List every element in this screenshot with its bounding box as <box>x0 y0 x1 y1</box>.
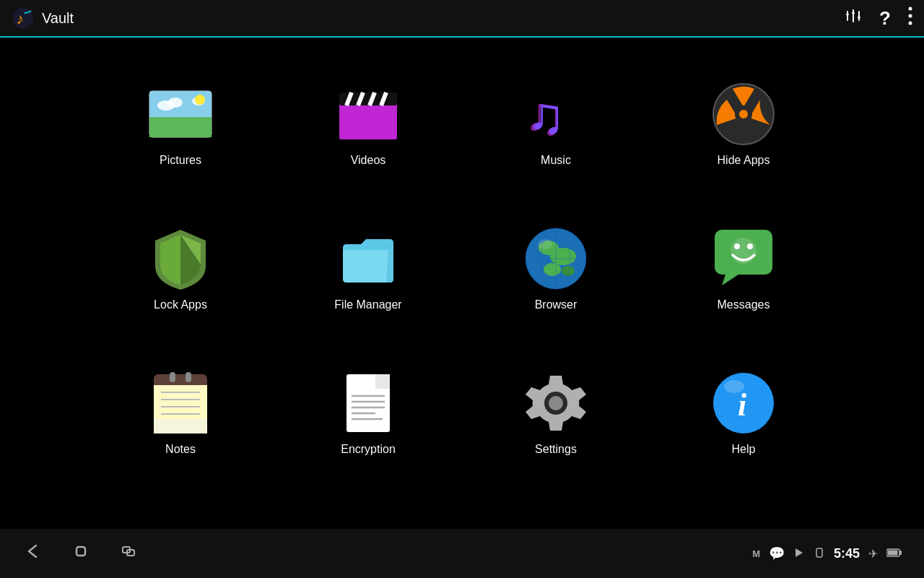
svg-rect-75 <box>899 551 902 555</box>
svg-rect-49 <box>154 419 207 434</box>
status-time: 5:45 <box>834 546 860 561</box>
svg-rect-73 <box>816 548 822 557</box>
hide-apps-label: Hide Apps <box>718 154 770 167</box>
music-icon: ♫ ♫ <box>523 82 588 147</box>
recents-nav-icon[interactable] <box>120 541 140 566</box>
app-item-pictures[interactable]: Pictures <box>148 82 213 167</box>
svg-text:♪: ♪ <box>16 10 23 27</box>
app-item-videos[interactable]: Videos <box>336 82 401 167</box>
svg-point-42 <box>538 239 552 249</box>
svg-point-17 <box>168 98 183 108</box>
notes-icon <box>148 371 213 436</box>
pictures-label: Pictures <box>160 154 201 167</box>
lock-apps-label: Lock Apps <box>154 298 207 311</box>
app-item-music[interactable]: ♫ ♫ Music <box>523 82 588 167</box>
battery-icon <box>886 548 902 560</box>
svg-point-11 <box>909 22 912 25</box>
svg-rect-57 <box>375 374 390 389</box>
status-bar: M 💬 5:45 ✈ <box>752 545 902 561</box>
app-item-file-manager[interactable]: File Manager <box>334 226 401 311</box>
svg-point-9 <box>909 7 912 11</box>
music-label: Music <box>541 154 571 167</box>
help-icon-app: i <box>711 371 776 436</box>
settings-icon <box>523 371 588 436</box>
svg-rect-14 <box>149 117 212 137</box>
play-icon <box>793 547 805 561</box>
browser-icon <box>523 226 588 291</box>
encryption-label: Encryption <box>341 443 396 456</box>
messages-label: Messages <box>718 298 770 311</box>
top-icons-group: ? <box>845 7 912 30</box>
gmail-icon: M <box>752 548 760 559</box>
svg-rect-69 <box>77 547 85 556</box>
svg-point-46 <box>747 243 753 249</box>
main-content: Pictures Videos <box>0 38 924 529</box>
svg-point-36 <box>544 263 561 276</box>
notes-label: Notes <box>165 443 196 456</box>
app-item-notes[interactable]: Notes <box>148 371 213 456</box>
app-item-settings[interactable]: Settings <box>523 371 588 456</box>
pictures-icon <box>148 82 213 147</box>
equalizer-icon[interactable] <box>845 7 862 29</box>
svg-marker-72 <box>796 548 803 557</box>
app-grid: Pictures Videos <box>108 59 816 478</box>
home-nav-icon[interactable] <box>71 541 91 566</box>
airplane-icon: ✈ <box>868 547 878 561</box>
nav-icons <box>22 541 140 566</box>
more-vert-icon[interactable] <box>908 7 912 30</box>
app-title: Vault <box>42 10 74 27</box>
svg-rect-5 <box>853 9 854 22</box>
messages-icon <box>711 226 776 291</box>
svg-point-65 <box>549 396 563 410</box>
svg-rect-7 <box>858 11 860 21</box>
svg-rect-8 <box>858 17 860 18</box>
chat-icon: 💬 <box>769 545 785 561</box>
svg-rect-55 <box>186 372 191 382</box>
help-icon[interactable]: ? <box>879 7 891 30</box>
svg-text:♫: ♫ <box>527 87 565 144</box>
svg-rect-4 <box>846 14 849 15</box>
svg-point-19 <box>195 95 205 105</box>
settings-label: Settings <box>535 443 577 456</box>
svg-point-35 <box>550 248 576 265</box>
svg-text:i: i <box>738 387 747 423</box>
lock-apps-icon <box>148 226 213 291</box>
bottom-bar: M 💬 5:45 ✈ <box>0 529 924 578</box>
top-bar: ♪ Vault ? <box>0 0 924 38</box>
svg-rect-15 <box>149 117 212 120</box>
svg-point-32 <box>739 110 748 118</box>
svg-rect-3 <box>847 11 848 21</box>
app-item-messages[interactable]: Messages <box>711 226 776 311</box>
svg-point-10 <box>909 14 912 18</box>
app-item-help[interactable]: i Help <box>711 371 776 456</box>
file-manager-icon <box>336 226 401 291</box>
svg-rect-6 <box>852 12 855 14</box>
svg-point-45 <box>734 243 740 249</box>
svg-rect-76 <box>888 550 898 555</box>
videos-label: Videos <box>351 154 386 167</box>
encryption-icon <box>336 371 401 436</box>
back-nav-icon[interactable] <box>22 541 42 566</box>
hide-apps-icon <box>711 82 776 147</box>
file-manager-label: File Manager <box>334 298 401 311</box>
svg-rect-54 <box>170 372 175 382</box>
app-item-browser[interactable]: Browser <box>523 226 588 311</box>
rotate-icon <box>814 547 825 561</box>
app-item-lock-apps[interactable]: Lock Apps <box>148 226 213 311</box>
help-label: Help <box>732 443 756 456</box>
videos-icon <box>336 82 401 147</box>
app-item-encryption[interactable]: Encryption <box>336 371 401 456</box>
app-item-hide-apps[interactable]: Hide Apps <box>711 82 776 167</box>
app-logo: ♪ <box>12 7 35 30</box>
browser-label: Browser <box>535 298 578 311</box>
